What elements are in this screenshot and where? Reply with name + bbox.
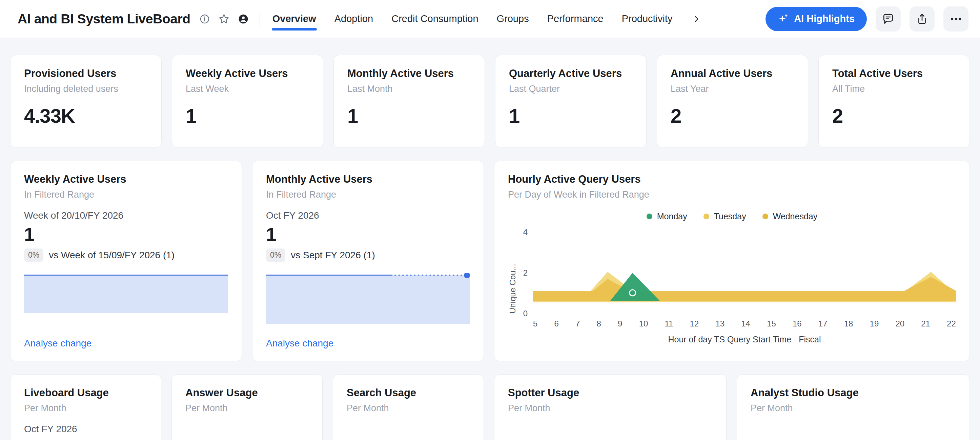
share-button[interactable] bbox=[910, 6, 935, 32]
tab-credit-consumption[interactable]: Credit Consumption bbox=[391, 0, 478, 38]
legend-item[interactable]: Wednesday bbox=[762, 212, 818, 222]
monthly-sparkline-svg bbox=[266, 273, 470, 324]
legend-label: Wednesday bbox=[773, 212, 818, 222]
kpi-card-quarterly-active-users[interactable]: Quarterly Active Users Last Quarter 1 bbox=[495, 55, 647, 148]
y-tick: 2 bbox=[523, 268, 528, 277]
x-tick: 12 bbox=[690, 319, 699, 328]
kpi-subtitle: All Time bbox=[832, 84, 956, 94]
monthly-trend-chart bbox=[266, 273, 470, 324]
info-icon bbox=[199, 14, 210, 24]
kpi-value: 1 bbox=[509, 104, 633, 127]
kpi-card-annual-active-users[interactable]: Annual Active Users Last Year 2 bbox=[657, 55, 808, 148]
ellipsis-icon bbox=[950, 13, 963, 26]
top-bar: AI and BI System LiveBoard Overview Adop… bbox=[0, 0, 980, 38]
legend-dot bbox=[703, 214, 709, 219]
legend-item[interactable]: Tuesday bbox=[703, 212, 746, 222]
usage-title: Liveboard Usage bbox=[24, 387, 147, 399]
usage-period: Oct FY 2026 bbox=[24, 424, 147, 435]
legend-item[interactable]: Monday bbox=[647, 212, 687, 222]
x-axis-label: Hour of day TS Query Start Time - Fiscal bbox=[533, 335, 956, 344]
kpi-card-total-active-users[interactable]: Total Active Users All Time 2 bbox=[818, 55, 970, 148]
trend-period: Week of 20/10/FY 2026 bbox=[24, 210, 228, 221]
info-button[interactable] bbox=[199, 14, 210, 24]
hourly-subtitle: Per Day of Week in Filtered Range bbox=[508, 190, 956, 200]
hourly-active-query-users-card[interactable]: Hourly Active Query Users Per Day of Wee… bbox=[494, 161, 970, 361]
kpi-value: 1 bbox=[186, 104, 309, 127]
usage-subtitle: Per Month bbox=[24, 403, 147, 414]
usage-card-answer[interactable]: Answer Usage Per Month bbox=[172, 374, 323, 440]
kpi-subtitle: Last Year bbox=[671, 84, 794, 94]
trend-card-monthly[interactable]: Monthly Active Users In Filtered Range O… bbox=[252, 161, 484, 361]
y-tick: 0 bbox=[523, 309, 528, 318]
hourly-title: Hourly Active Query Users bbox=[508, 173, 956, 185]
x-tick: 13 bbox=[715, 319, 724, 328]
chart-legend: MondayTuesdayWednesday bbox=[508, 212, 956, 222]
usage-card-row: Liveboard Usage Per Month Oct FY 2026 5 … bbox=[10, 374, 970, 440]
page-title: AI and BI System LiveBoard bbox=[18, 11, 191, 26]
usage-card-analyst-studio[interactable]: Analyst Studio Usage Per Month bbox=[737, 374, 970, 440]
chevron-right-icon bbox=[692, 14, 701, 24]
x-tick: 19 bbox=[870, 319, 879, 328]
x-tick: 9 bbox=[618, 319, 622, 328]
ai-highlights-button[interactable]: AI Highlights bbox=[765, 7, 867, 31]
usage-title: Answer Usage bbox=[185, 387, 309, 399]
kpi-value: 2 bbox=[671, 104, 794, 127]
x-tick: 17 bbox=[818, 319, 827, 328]
weekly-sparkline-svg bbox=[24, 273, 228, 313]
usage-card-liveboard[interactable]: Liveboard Usage Per Month Oct FY 2026 5 bbox=[10, 374, 161, 440]
x-tick: 16 bbox=[792, 319, 802, 328]
x-axis-ticks: 5678910111213141516171819202122 bbox=[533, 319, 956, 328]
usage-card-spotter[interactable]: Spotter Usage Per Month bbox=[494, 374, 727, 440]
trend-subtitle: In Filtered Range bbox=[266, 190, 470, 200]
x-tick: 15 bbox=[767, 319, 776, 328]
kpi-title: Monthly Active Users bbox=[347, 67, 471, 80]
favorite-button[interactable] bbox=[218, 13, 230, 25]
trend-title: Monthly Active Users bbox=[266, 173, 470, 185]
tab-overview[interactable]: Overview bbox=[272, 0, 316, 38]
usage-subtitle: Per Month bbox=[347, 403, 470, 414]
tab-groups[interactable]: Groups bbox=[497, 0, 529, 38]
legend-label: Tuesday bbox=[714, 212, 746, 222]
kpi-card-monthly-active-users[interactable]: Monthly Active Users Last Month 1 bbox=[333, 55, 485, 148]
more-tabs-button[interactable] bbox=[692, 14, 701, 24]
usage-title: Search Usage bbox=[347, 387, 470, 399]
more-options-button[interactable] bbox=[943, 6, 969, 32]
tab-adoption[interactable]: Adoption bbox=[334, 0, 374, 38]
trend-value: 1 bbox=[24, 223, 228, 245]
analyse-change-link[interactable]: Analyse change bbox=[266, 338, 470, 349]
x-tick: 21 bbox=[921, 319, 930, 328]
change-badge: 0% bbox=[266, 249, 285, 262]
change-row: 0% vs Sept FY 2026 (1) bbox=[266, 249, 470, 262]
trend-subtitle: In Filtered Range bbox=[24, 190, 228, 200]
change-text: vs Sept FY 2026 (1) bbox=[291, 250, 375, 261]
weekly-trend-chart bbox=[24, 273, 228, 313]
usage-title: Spotter Usage bbox=[508, 387, 713, 399]
kpi-title: Provisioned Users bbox=[24, 67, 148, 80]
kpi-value: 2 bbox=[832, 104, 956, 127]
kpi-value: 4.33K bbox=[24, 104, 148, 127]
tab-bar: Overview Adoption Credit Consumption Gro… bbox=[272, 0, 701, 38]
plot-column: 5678910111213141516171819202122 Hour of … bbox=[533, 232, 956, 344]
analyse-change-link[interactable]: Analyse change bbox=[24, 338, 228, 349]
comments-button[interactable] bbox=[876, 6, 901, 32]
kpi-card-weekly-active-users[interactable]: Weekly Active Users Last Week 1 bbox=[172, 55, 323, 148]
trend-value: 1 bbox=[266, 223, 470, 245]
trend-card-weekly[interactable]: Weekly Active Users In Filtered Range We… bbox=[10, 161, 242, 361]
legend-dot bbox=[647, 214, 652, 219]
y-tick: 4 bbox=[523, 228, 528, 237]
kpi-subtitle: Last Quarter bbox=[509, 84, 633, 94]
kpi-card-provisioned-users[interactable]: Provisioned Users Including deleted user… bbox=[10, 55, 162, 148]
change-text: vs Week of 15/09/FY 2026 (1) bbox=[49, 250, 175, 261]
share-icon bbox=[916, 13, 929, 26]
kpi-subtitle: Including deleted users bbox=[24, 84, 148, 94]
author-badge-button[interactable] bbox=[238, 14, 249, 24]
legend-dot bbox=[762, 214, 768, 219]
trend-period: Oct FY 2026 bbox=[266, 210, 470, 221]
usage-card-search[interactable]: Search Usage Per Month bbox=[333, 374, 484, 440]
circle-badge-icon bbox=[238, 14, 249, 24]
legend-label: Monday bbox=[657, 212, 687, 222]
hourly-area-chart bbox=[533, 232, 956, 314]
tab-performance[interactable]: Performance bbox=[547, 0, 603, 38]
tab-productivity[interactable]: Productivity bbox=[622, 0, 673, 38]
ai-highlights-label: AI Highlights bbox=[794, 13, 854, 24]
